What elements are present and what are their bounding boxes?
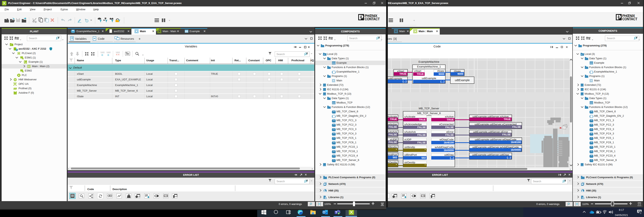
svg-text:4: 4 (640, 212, 641, 214)
